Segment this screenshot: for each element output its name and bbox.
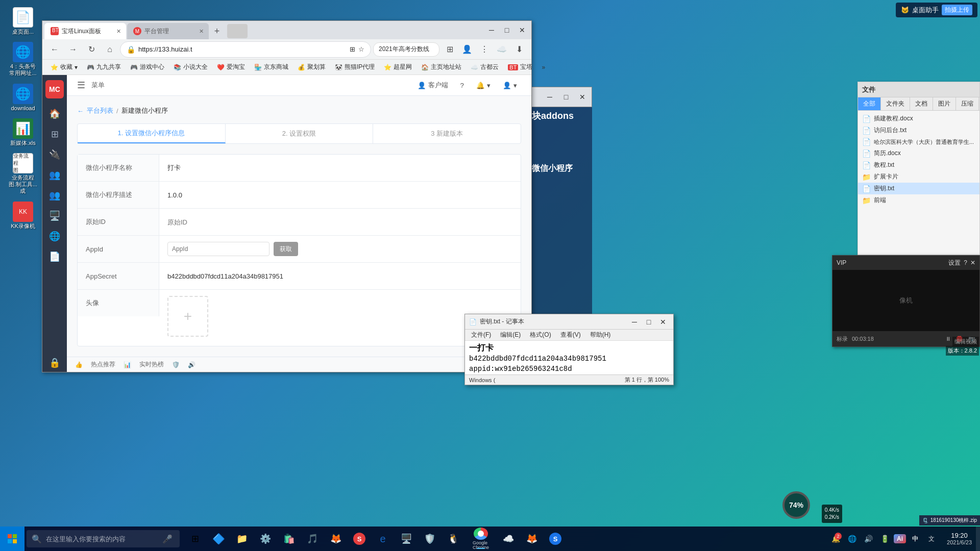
file-tab-images[interactable]: 图片 [933, 97, 956, 110]
taskbar-baidu-cloud[interactable]: ☁️ [497, 528, 520, 550]
taskbar-firefox[interactable]: 🦊 [325, 528, 347, 550]
browser-tab-platform[interactable]: M 平台管理 ✕ [127, 23, 209, 39]
menu-file[interactable]: 文件(F) [467, 330, 495, 340]
hot-recommend[interactable]: 热点推荐 [91, 360, 115, 369]
bookmark-jd[interactable]: 🏪京东商城 [250, 62, 292, 72]
taskbar-settings[interactable]: ⚙️ [254, 528, 277, 550]
profile-btn[interactable]: 👤 [459, 41, 475, 58]
ime-icon[interactable]: 文 [924, 532, 939, 546]
browser-maximize-btn[interactable]: □ [500, 23, 514, 37]
notification-btn[interactable]: 🔔 ▾ [472, 80, 495, 91]
bookmark-taobao[interactable]: ❤️爱淘宝 [213, 62, 249, 72]
sidebar-item-home[interactable]: 🏠 [45, 105, 64, 123]
file-item[interactable]: 📁 前端 [858, 194, 979, 206]
sidebar-item-files[interactable]: 📄 [45, 247, 64, 266]
origin-id-input[interactable] [167, 218, 512, 226]
bookmark-icon[interactable]: ☆ [358, 45, 364, 53]
search-bar[interactable]: 2021年高考分数线 [373, 42, 439, 57]
ai-label[interactable]: Ai [894, 534, 906, 543]
taskbar-edge[interactable]: 🔷 [207, 528, 230, 550]
bookmark-superstar[interactable]: ⭐超星网 [380, 62, 416, 72]
video-close-icon[interactable]: ✕ [970, 259, 975, 266]
sidebar-item-lock[interactable]: 🔒 [45, 354, 64, 372]
file-tab-all[interactable]: 全部 [858, 97, 881, 110]
help-btn[interactable]: ? [456, 80, 468, 91]
volume-icon[interactable]: 🔊 [861, 532, 875, 546]
menu-help[interactable]: 帮助(H) [586, 330, 615, 340]
forward-btn[interactable]: → [65, 41, 81, 58]
notepad-close-btn[interactable]: ✕ [657, 316, 669, 328]
taskbar-antivirus[interactable]: 🛡️ [419, 528, 441, 550]
download-btn[interactable]: ⬇ [511, 41, 527, 58]
sidebar-item-monitor[interactable]: 🖥️ [45, 207, 64, 225]
bookmark-collections[interactable]: ⭐ 收藏 ▾ [46, 62, 82, 72]
taskbar-google-chrome[interactable]: GoogleChrome [465, 528, 496, 550]
search-input[interactable] [46, 535, 158, 543]
bg-win-close[interactable]: ✕ [575, 90, 590, 104]
desktop-icon-tools[interactable]: 业务流程图 业务流程图.制工具...成 [3, 151, 43, 197]
notepad-minimize-btn[interactable]: ─ [628, 316, 641, 328]
taskbar-souhu[interactable]: S [348, 528, 371, 550]
menu-edit[interactable]: 编辑(E) [496, 330, 525, 340]
realtime-hot[interactable]: 实时热榜 [139, 360, 164, 369]
step-3[interactable]: 3 新建版本 [373, 124, 521, 143]
taskbar-ie[interactable]: e [372, 528, 394, 550]
baota-tab-close[interactable]: ✕ [114, 27, 123, 36]
bg-win-min[interactable]: ─ [543, 90, 557, 104]
new-tab-btn[interactable]: + [210, 24, 224, 38]
browser-close-btn[interactable]: ✕ [515, 23, 529, 37]
file-item[interactable]: 📄 简历.docx [858, 147, 979, 159]
desktop-icon-download[interactable]: 🌐 download [3, 82, 43, 114]
sidebar-item-group[interactable]: 👥 [45, 186, 64, 205]
desktop-icon-excel[interactable]: 📊 新媒体.xls [3, 116, 43, 148]
menu-view[interactable]: 查看(V) [556, 330, 585, 340]
network-icon[interactable]: 🌐 [845, 532, 859, 546]
notepad-maximize-btn[interactable]: □ [643, 316, 655, 328]
browser-minimize-btn[interactable]: ─ [484, 23, 499, 37]
taskbar-qq[interactable]: 🐧 [442, 528, 464, 550]
sidebar-item-dashboard[interactable]: ⊞ [45, 125, 64, 143]
reload-btn[interactable]: ↻ [83, 41, 100, 58]
file-tab-docs[interactable]: 文档 [910, 97, 933, 110]
bookmark-homepage[interactable]: 🏠主页地址站 [417, 62, 465, 72]
address-bar[interactable]: 🔒 https://133.huizai.t ⊞ ☆ [120, 41, 371, 58]
user-btn[interactable]: 👤 ▾ [499, 80, 521, 91]
voice-icon[interactable]: 🎤 [162, 534, 173, 544]
taskbar-taskview[interactable]: ⊞ [184, 528, 206, 550]
bookmark-99share[interactable]: 🎮九九共享 [83, 62, 125, 72]
taskbar-sougou[interactable]: S [544, 528, 567, 550]
appid-btn[interactable]: 获取 [274, 242, 298, 256]
taskbar-store[interactable]: 🛍️ [278, 528, 300, 550]
customer-service-btn[interactable]: 👤 客户端 [413, 79, 452, 92]
video-pause-btn[interactable]: ⏸ [945, 336, 951, 342]
bookmark-novels[interactable]: 📚小说大全 [169, 62, 212, 72]
step-2[interactable]: 2. 设置权限 [226, 124, 374, 143]
file-tab-folder[interactable]: 文件夹 [881, 97, 910, 110]
extensions-btn[interactable]: ⊞ [442, 41, 458, 58]
battery-icon[interactable]: 🔋 [877, 532, 892, 546]
bookmark-panda-proxy[interactable]: 🐼熊猫IP代理 [331, 62, 379, 72]
sidebar-item-network[interactable]: 🌐 [45, 227, 64, 245]
bookmark-guyun[interactable]: ☁️古都云 [467, 62, 503, 72]
bookmark-gamecenter[interactable]: 🎮游戏中心 [126, 62, 168, 72]
file-item[interactable]: 📄 访问后台.txt [858, 124, 979, 136]
start-button[interactable] [0, 527, 24, 551]
back-btn[interactable]: ← [46, 41, 63, 58]
taskbar-spotify[interactable]: 🎵 [301, 528, 324, 550]
taskbar-clock[interactable]: 19:20 2021/6/23 [943, 527, 976, 551]
menu-format[interactable]: 格式(O) [526, 330, 555, 340]
file-item[interactable]: 📄 哈尔滨医科大学（大庆）普通教育学生... [858, 136, 979, 147]
desktop-icon-web[interactable]: 🌐 4：头条号常用网址... [3, 40, 43, 79]
breadcrumb-parent[interactable]: 平台列表 [87, 106, 113, 115]
taskbar-tools[interactable]: 🖥️ [395, 528, 418, 550]
hamburger-icon[interactable]: ☰ [77, 80, 85, 91]
browser-tab-baota[interactable]: BT 宝塔Linux面板 ✕ [44, 23, 126, 39]
show-desktop-btn[interactable] [976, 527, 980, 551]
cloud-icon-btn[interactable]: ☁️ [494, 41, 510, 58]
language-icon[interactable]: 中 [908, 532, 922, 546]
bookmark-baota[interactable]: BT 宝塔 [504, 62, 536, 72]
bg-win-max[interactable]: □ [559, 90, 573, 104]
home-btn[interactable]: ⌂ [102, 41, 118, 58]
bookmark-more[interactable]: » [537, 63, 549, 72]
file-item[interactable]: 📄 插建教程.docx [858, 113, 979, 124]
